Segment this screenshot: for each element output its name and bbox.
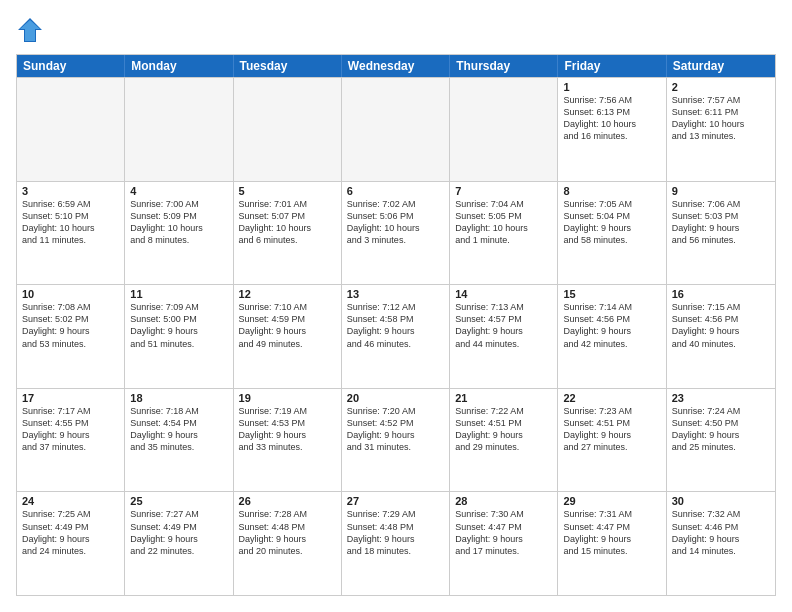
calendar-row-1: 3Sunrise: 6:59 AMSunset: 5:10 PMDaylight… <box>17 181 775 285</box>
day-number: 28 <box>455 495 552 507</box>
calendar-cell-2-2: 12Sunrise: 7:10 AMSunset: 4:59 PMDayligh… <box>234 285 342 388</box>
calendar-row-0: 1Sunrise: 7:56 AMSunset: 6:13 PMDaylight… <box>17 77 775 181</box>
calendar-cell-3-2: 19Sunrise: 7:19 AMSunset: 4:53 PMDayligh… <box>234 389 342 492</box>
day-number: 17 <box>22 392 119 404</box>
calendar-cell-2-3: 13Sunrise: 7:12 AMSunset: 4:58 PMDayligh… <box>342 285 450 388</box>
calendar-cell-2-5: 15Sunrise: 7:14 AMSunset: 4:56 PMDayligh… <box>558 285 666 388</box>
calendar-cell-1-1: 4Sunrise: 7:00 AMSunset: 5:09 PMDaylight… <box>125 182 233 285</box>
header-day-friday: Friday <box>558 55 666 77</box>
cell-info: Sunrise: 7:17 AMSunset: 4:55 PMDaylight:… <box>22 405 119 454</box>
logo-icon <box>16 16 44 44</box>
day-number: 15 <box>563 288 660 300</box>
day-number: 12 <box>239 288 336 300</box>
cell-info: Sunrise: 7:09 AMSunset: 5:00 PMDaylight:… <box>130 301 227 350</box>
cell-info: Sunrise: 7:10 AMSunset: 4:59 PMDaylight:… <box>239 301 336 350</box>
day-number: 10 <box>22 288 119 300</box>
cell-info: Sunrise: 7:56 AMSunset: 6:13 PMDaylight:… <box>563 94 660 143</box>
cell-info: Sunrise: 7:14 AMSunset: 4:56 PMDaylight:… <box>563 301 660 350</box>
page: SundayMondayTuesdayWednesdayThursdayFrid… <box>0 0 792 612</box>
cell-info: Sunrise: 7:25 AMSunset: 4:49 PMDaylight:… <box>22 508 119 557</box>
cell-info: Sunrise: 7:32 AMSunset: 4:46 PMDaylight:… <box>672 508 770 557</box>
calendar-cell-2-4: 14Sunrise: 7:13 AMSunset: 4:57 PMDayligh… <box>450 285 558 388</box>
cell-info: Sunrise: 7:12 AMSunset: 4:58 PMDaylight:… <box>347 301 444 350</box>
cell-info: Sunrise: 7:13 AMSunset: 4:57 PMDaylight:… <box>455 301 552 350</box>
cell-info: Sunrise: 7:22 AMSunset: 4:51 PMDaylight:… <box>455 405 552 454</box>
calendar-cell-2-6: 16Sunrise: 7:15 AMSunset: 4:56 PMDayligh… <box>667 285 775 388</box>
calendar-cell-0-0 <box>17 78 125 181</box>
header-day-saturday: Saturday <box>667 55 775 77</box>
calendar-cell-0-5: 1Sunrise: 7:56 AMSunset: 6:13 PMDaylight… <box>558 78 666 181</box>
calendar-cell-1-5: 8Sunrise: 7:05 AMSunset: 5:04 PMDaylight… <box>558 182 666 285</box>
calendar-cell-4-0: 24Sunrise: 7:25 AMSunset: 4:49 PMDayligh… <box>17 492 125 595</box>
logo <box>16 16 48 44</box>
calendar-cell-4-2: 26Sunrise: 7:28 AMSunset: 4:48 PMDayligh… <box>234 492 342 595</box>
cell-info: Sunrise: 7:57 AMSunset: 6:11 PMDaylight:… <box>672 94 770 143</box>
cell-info: Sunrise: 7:28 AMSunset: 4:48 PMDaylight:… <box>239 508 336 557</box>
cell-info: Sunrise: 7:01 AMSunset: 5:07 PMDaylight:… <box>239 198 336 247</box>
day-number: 16 <box>672 288 770 300</box>
cell-info: Sunrise: 7:04 AMSunset: 5:05 PMDaylight:… <box>455 198 552 247</box>
day-number: 13 <box>347 288 444 300</box>
day-number: 20 <box>347 392 444 404</box>
cell-info: Sunrise: 7:23 AMSunset: 4:51 PMDaylight:… <box>563 405 660 454</box>
calendar-cell-3-4: 21Sunrise: 7:22 AMSunset: 4:51 PMDayligh… <box>450 389 558 492</box>
day-number: 7 <box>455 185 552 197</box>
calendar-cell-0-2 <box>234 78 342 181</box>
cell-info: Sunrise: 7:18 AMSunset: 4:54 PMDaylight:… <box>130 405 227 454</box>
day-number: 26 <box>239 495 336 507</box>
day-number: 22 <box>563 392 660 404</box>
header-day-sunday: Sunday <box>17 55 125 77</box>
cell-info: Sunrise: 7:06 AMSunset: 5:03 PMDaylight:… <box>672 198 770 247</box>
cell-info: Sunrise: 7:15 AMSunset: 4:56 PMDaylight:… <box>672 301 770 350</box>
day-number: 2 <box>672 81 770 93</box>
day-number: 21 <box>455 392 552 404</box>
header-day-monday: Monday <box>125 55 233 77</box>
header-day-wednesday: Wednesday <box>342 55 450 77</box>
header-day-thursday: Thursday <box>450 55 558 77</box>
svg-marker-1 <box>20 20 40 41</box>
calendar-cell-3-5: 22Sunrise: 7:23 AMSunset: 4:51 PMDayligh… <box>558 389 666 492</box>
cell-info: Sunrise: 7:19 AMSunset: 4:53 PMDaylight:… <box>239 405 336 454</box>
day-number: 24 <box>22 495 119 507</box>
header <box>16 16 776 44</box>
cell-info: Sunrise: 7:31 AMSunset: 4:47 PMDaylight:… <box>563 508 660 557</box>
day-number: 9 <box>672 185 770 197</box>
day-number: 5 <box>239 185 336 197</box>
cell-info: Sunrise: 7:24 AMSunset: 4:50 PMDaylight:… <box>672 405 770 454</box>
calendar-cell-2-1: 11Sunrise: 7:09 AMSunset: 5:00 PMDayligh… <box>125 285 233 388</box>
calendar-cell-4-5: 29Sunrise: 7:31 AMSunset: 4:47 PMDayligh… <box>558 492 666 595</box>
calendar-cell-1-3: 6Sunrise: 7:02 AMSunset: 5:06 PMDaylight… <box>342 182 450 285</box>
day-number: 1 <box>563 81 660 93</box>
calendar-cell-3-0: 17Sunrise: 7:17 AMSunset: 4:55 PMDayligh… <box>17 389 125 492</box>
day-number: 19 <box>239 392 336 404</box>
cell-info: Sunrise: 7:27 AMSunset: 4:49 PMDaylight:… <box>130 508 227 557</box>
calendar-cell-4-3: 27Sunrise: 7:29 AMSunset: 4:48 PMDayligh… <box>342 492 450 595</box>
day-number: 4 <box>130 185 227 197</box>
cell-info: Sunrise: 7:00 AMSunset: 5:09 PMDaylight:… <box>130 198 227 247</box>
cell-info: Sunrise: 6:59 AMSunset: 5:10 PMDaylight:… <box>22 198 119 247</box>
cell-info: Sunrise: 7:02 AMSunset: 5:06 PMDaylight:… <box>347 198 444 247</box>
day-number: 23 <box>672 392 770 404</box>
cell-info: Sunrise: 7:30 AMSunset: 4:47 PMDaylight:… <box>455 508 552 557</box>
calendar-cell-4-6: 30Sunrise: 7:32 AMSunset: 4:46 PMDayligh… <box>667 492 775 595</box>
day-number: 14 <box>455 288 552 300</box>
calendar-cell-3-6: 23Sunrise: 7:24 AMSunset: 4:50 PMDayligh… <box>667 389 775 492</box>
calendar-row-4: 24Sunrise: 7:25 AMSunset: 4:49 PMDayligh… <box>17 491 775 595</box>
calendar-cell-0-1 <box>125 78 233 181</box>
calendar-header: SundayMondayTuesdayWednesdayThursdayFrid… <box>17 55 775 77</box>
cell-info: Sunrise: 7:05 AMSunset: 5:04 PMDaylight:… <box>563 198 660 247</box>
day-number: 11 <box>130 288 227 300</box>
calendar-cell-4-4: 28Sunrise: 7:30 AMSunset: 4:47 PMDayligh… <box>450 492 558 595</box>
day-number: 18 <box>130 392 227 404</box>
calendar-body: 1Sunrise: 7:56 AMSunset: 6:13 PMDaylight… <box>17 77 775 595</box>
day-number: 8 <box>563 185 660 197</box>
day-number: 3 <box>22 185 119 197</box>
calendar-cell-1-6: 9Sunrise: 7:06 AMSunset: 5:03 PMDaylight… <box>667 182 775 285</box>
calendar-row-3: 17Sunrise: 7:17 AMSunset: 4:55 PMDayligh… <box>17 388 775 492</box>
cell-info: Sunrise: 7:08 AMSunset: 5:02 PMDaylight:… <box>22 301 119 350</box>
calendar-row-2: 10Sunrise: 7:08 AMSunset: 5:02 PMDayligh… <box>17 284 775 388</box>
day-number: 27 <box>347 495 444 507</box>
calendar-cell-0-4 <box>450 78 558 181</box>
calendar-cell-0-6: 2Sunrise: 7:57 AMSunset: 6:11 PMDaylight… <box>667 78 775 181</box>
calendar-cell-1-0: 3Sunrise: 6:59 AMSunset: 5:10 PMDaylight… <box>17 182 125 285</box>
